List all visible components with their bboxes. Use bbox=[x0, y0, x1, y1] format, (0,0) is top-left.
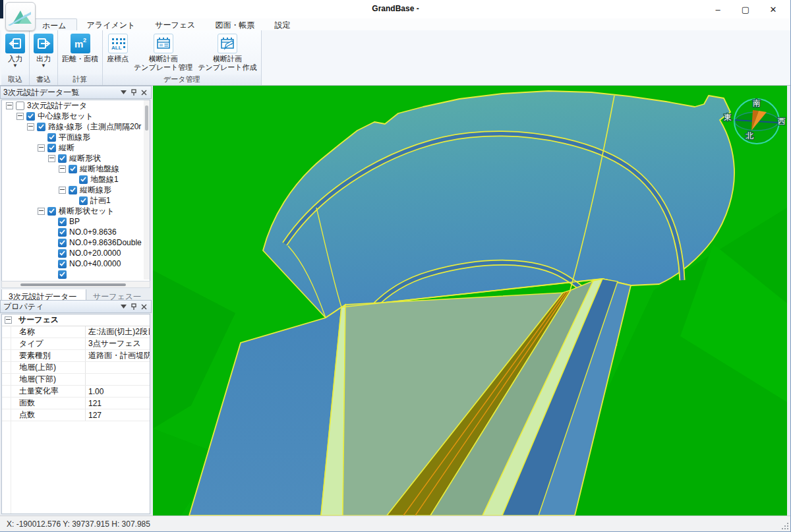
tree-checkbox[interactable] bbox=[47, 144, 56, 152]
tree-item[interactable]: 計画1 bbox=[2, 195, 150, 206]
tree-checkbox[interactable] bbox=[79, 175, 88, 184]
tree-checkbox[interactable] bbox=[47, 133, 56, 142]
properties-panel-header: プロパティ bbox=[0, 300, 152, 313]
tree-item[interactable]: 縦断形状 bbox=[2, 153, 150, 163]
output-button[interactable]: 出力 ▼ bbox=[31, 32, 56, 69]
tree-expander-icon[interactable] bbox=[48, 155, 55, 162]
tree-item[interactable]: 縦断地盤線 bbox=[2, 163, 150, 174]
tree-checkbox[interactable] bbox=[58, 249, 67, 258]
ribbon-group-data: ALL 座標点 bbox=[103, 30, 262, 85]
tree-vscroll-thumb[interactable] bbox=[145, 105, 148, 131]
tree-expander-icon[interactable] bbox=[59, 187, 66, 194]
property-row[interactable]: 名称左:法面(切土)2段目 bbox=[2, 326, 150, 338]
input-icon bbox=[5, 34, 25, 53]
property-row[interactable]: 地層(下部) bbox=[2, 374, 150, 386]
tree-expander-icon[interactable] bbox=[59, 165, 66, 173]
resize-grip-icon[interactable] bbox=[781, 522, 789, 530]
tree-checkbox[interactable] bbox=[69, 165, 77, 173]
tree-expander-icon[interactable] bbox=[16, 113, 24, 120]
property-group-row[interactable]: サーフェス bbox=[2, 314, 150, 326]
tree-panel-header: 3次元設計データ一覧 bbox=[0, 86, 152, 99]
tree-horizontal-scrollbar[interactable] bbox=[1, 281, 150, 288]
minimize-button[interactable]: – bbox=[704, 0, 732, 18]
tree-item[interactable]: 路線-線形（主測点間隔20r bbox=[2, 121, 150, 132]
group-label-data: データ管理 bbox=[103, 74, 261, 85]
tree-item[interactable]: 縦断 bbox=[2, 142, 150, 153]
tree-item-label: 縦断 bbox=[59, 142, 74, 154]
tree-item[interactable]: 横断形状セット bbox=[2, 206, 150, 216]
tree-item-label: 計画1 bbox=[90, 195, 111, 206]
maximize-button[interactable]: ▢ bbox=[732, 0, 759, 18]
tree-item[interactable]: 地盤線1 bbox=[2, 174, 150, 185]
coordinate-points-button[interactable]: ALL 座標点 bbox=[104, 32, 131, 65]
tree-checkbox[interactable] bbox=[47, 207, 56, 216]
tree-checkbox[interactable] bbox=[58, 218, 67, 226]
property-row[interactable]: タイプ3点サーフェス bbox=[2, 338, 150, 350]
panel-pin-icon[interactable] bbox=[131, 303, 136, 310]
property-row[interactable]: 土量変化率1.00 bbox=[2, 386, 150, 398]
tree-expander-icon[interactable] bbox=[6, 102, 13, 109]
tab-drawing-report[interactable]: 図面・帳票 bbox=[205, 18, 264, 30]
tree-expander-icon[interactable] bbox=[38, 144, 45, 152]
property-row[interactable]: 面数121 bbox=[2, 398, 150, 409]
tree-item[interactable]: NO.0+9.8636Double bbox=[2, 237, 150, 248]
tab-settings[interactable]: 設定 bbox=[264, 18, 300, 30]
property-row[interactable]: 要素種別道路面・計画堤防面 bbox=[2, 350, 150, 362]
mountain-logo-icon bbox=[6, 3, 34, 29]
cross-section-template-create-button[interactable]: 横断計画 テンプレート作成 bbox=[195, 32, 259, 73]
property-value: 3点サーフェス bbox=[86, 338, 150, 349]
tree-item[interactable]: 平面線形 bbox=[2, 132, 150, 142]
panel-pin-icon[interactable] bbox=[131, 89, 136, 96]
ribbon-group-calc: m 2 距離・面積 計算 bbox=[58, 30, 103, 85]
panel-menu-chevron-icon[interactable] bbox=[121, 305, 127, 309]
tree-item-label: 地盤線1 bbox=[90, 174, 119, 185]
tree-item[interactable]: 中心線形セット bbox=[2, 111, 150, 121]
tree-item[interactable]: BP bbox=[2, 216, 150, 227]
input-dropdown-caret[interactable]: ▼ bbox=[13, 63, 18, 68]
tree-checkbox[interactable] bbox=[58, 260, 67, 268]
panel-close-icon[interactable] bbox=[141, 304, 147, 310]
design-data-tree-panel: 3次元設計データ一覧 3次元設計データ中心線形セット路線-線形（主測点間隔20r… bbox=[0, 86, 152, 300]
tab-surface[interactable]: サーフェス bbox=[145, 18, 205, 30]
close-button[interactable]: ✕ bbox=[759, 0, 787, 18]
tab-home[interactable]: ホーム bbox=[32, 18, 77, 31]
property-value: 127 bbox=[86, 411, 150, 420]
property-row[interactable]: 点数127 bbox=[2, 409, 150, 421]
tree-checkbox[interactable] bbox=[37, 123, 45, 131]
tree-checkbox[interactable] bbox=[58, 239, 67, 247]
panel-close-icon[interactable] bbox=[141, 90, 147, 96]
group-expander-icon[interactable] bbox=[5, 316, 12, 324]
tree-checkbox[interactable] bbox=[16, 102, 24, 110]
tree-item[interactable]: 縦断線形 bbox=[2, 185, 150, 195]
compass-label-east: 東 bbox=[724, 113, 732, 122]
output-dropdown-caret[interactable]: ▼ bbox=[41, 63, 46, 68]
tree-item[interactable]: NO.0+40.0000 bbox=[2, 258, 150, 269]
tree-checkbox[interactable] bbox=[26, 112, 35, 121]
tree-item-label: 路線-線形（主測点間隔20r bbox=[48, 121, 141, 133]
tree-vertical-scrollbar[interactable] bbox=[144, 100, 150, 280]
app-window: GrandBase - – ▢ ✕ ホーム アライメント サーフェス 図面・帳票… bbox=[0, 0, 791, 532]
tree-hscroll-thumb[interactable] bbox=[20, 283, 126, 286]
property-value: 1.00 bbox=[86, 387, 150, 396]
app-logo-button[interactable] bbox=[5, 2, 36, 31]
tree-checkbox[interactable] bbox=[79, 196, 88, 205]
panel-menu-chevron-icon[interactable] bbox=[121, 90, 127, 94]
ribbon: 入力 ▼ 取込 出力 ▼ 書込 bbox=[0, 30, 791, 86]
tree-item[interactable]: NO.0+9.8636 bbox=[2, 227, 150, 237]
tree-item[interactable]: NO.0+20.0000 bbox=[2, 248, 150, 258]
tab-alignment[interactable]: アライメント bbox=[77, 18, 146, 30]
tree-checkbox[interactable] bbox=[58, 154, 67, 163]
tree-checkbox[interactable] bbox=[58, 228, 67, 237]
tree-item[interactable] bbox=[2, 269, 150, 280]
tree-expander-icon[interactable] bbox=[27, 123, 34, 131]
input-button[interactable]: 入力 ▼ bbox=[3, 32, 28, 69]
cross-section-template-manage-button[interactable]: 横断計画 テンプレート管理 bbox=[131, 32, 195, 73]
tree-expander-icon[interactable] bbox=[38, 208, 45, 215]
tree-item-label: BP bbox=[69, 217, 80, 226]
tree-checkbox[interactable] bbox=[58, 270, 67, 279]
distance-area-button[interactable]: m 2 距離・面積 bbox=[59, 32, 101, 65]
tree-checkbox[interactable] bbox=[69, 186, 77, 194]
property-row[interactable]: 地層(上部) bbox=[2, 362, 150, 374]
tree-item[interactable]: 3次元設計データ bbox=[2, 100, 150, 111]
viewport-3d[interactable]: 南 北 西 東 bbox=[153, 86, 787, 516]
